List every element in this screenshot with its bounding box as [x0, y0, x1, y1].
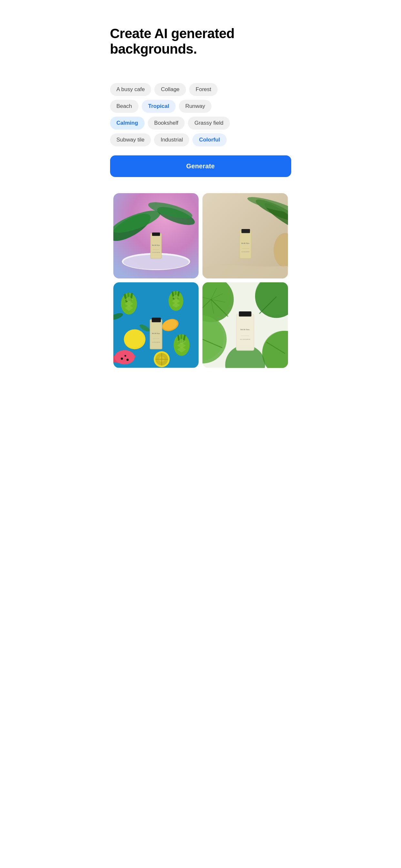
tag-collage[interactable]: Collage [154, 83, 186, 96]
gallery-item-2[interactable]: Iris & Orys. —————— EAU DE PARFUM [202, 193, 288, 279]
tag-tropical[interactable]: Tropical [142, 100, 176, 113]
svg-text:——————: —————— [152, 248, 160, 250]
tag-colorful[interactable]: Colorful [193, 133, 226, 146]
svg-point-45 [126, 359, 129, 361]
tag-bookshelf[interactable]: Bookshelf [148, 117, 185, 129]
tag-grassy-field[interactable]: Grassy field [188, 117, 230, 129]
svg-text:——————: —————— [242, 248, 249, 249]
tags-row-1: A busy cafe Collage Forest [110, 83, 291, 96]
svg-text:——————: —————— [240, 335, 249, 336]
tags-container: A busy cafe Collage Forest Beach Tropica… [110, 83, 291, 146]
tags-row-3: Calming Bookshelf Grassy field [110, 117, 291, 129]
generate-button-wrapper: Generate [110, 155, 291, 177]
svg-text:EAU DE PARFUM: EAU DE PARFUM [240, 339, 250, 340]
svg-point-46 [124, 355, 126, 356]
svg-text:Iris & Orys.: Iris & Orys. [152, 333, 160, 335]
generate-button[interactable]: Generate [110, 155, 291, 177]
tag-calming[interactable]: Calming [110, 117, 145, 129]
tag-subway-tile[interactable]: Subway tile [110, 133, 151, 146]
svg-rect-21 [240, 231, 251, 258]
tag-forest[interactable]: Forest [189, 83, 218, 96]
gallery-grid: Iris & Orys. —————— EAU DE PARFUM [110, 193, 291, 368]
svg-text:EAU DE PARFUM: EAU DE PARFUM [152, 252, 160, 253]
svg-point-40 [124, 330, 144, 348]
svg-text:Iris & Orys.: Iris & Orys. [240, 329, 250, 331]
svg-text:Iris & Orys.: Iris & Orys. [241, 242, 249, 244]
svg-text:EAU DE PARFUM: EAU DE PARFUM [152, 342, 160, 343]
svg-text:Iris & Orys.: Iris & Orys. [152, 244, 160, 246]
svg-text:——————: —————— [152, 338, 160, 340]
gallery-item-4[interactable]: Iris & Orys. —————— EAU DE PARFUM [202, 282, 288, 368]
gallery-section: Iris & Orys. —————— EAU DE PARFUM [110, 193, 291, 387]
svg-point-43 [114, 350, 135, 364]
svg-rect-22 [241, 229, 250, 233]
tags-row-2: Beach Tropical Runway [110, 100, 291, 113]
gallery-item-3[interactable]: Iris & Orys. —————— EAU DE PARFUM [113, 282, 199, 368]
tags-row-4: Subway tile Industrial Colorful [110, 133, 291, 146]
page-title: Create AI generated backgrounds. [110, 26, 291, 57]
tag-industrial[interactable]: Industrial [154, 133, 189, 146]
svg-rect-82 [239, 311, 252, 317]
svg-rect-10 [152, 232, 160, 236]
svg-rect-81 [237, 314, 254, 350]
svg-text:EAU DE PARFUM: EAU DE PARFUM [241, 251, 249, 253]
gallery-item-1[interactable]: Iris & Orys. —————— EAU DE PARFUM [113, 193, 199, 279]
svg-point-44 [121, 358, 123, 360]
tag-runway[interactable]: Runway [179, 100, 211, 113]
svg-rect-54 [152, 317, 161, 322]
tag-busy-cafe[interactable]: A busy cafe [110, 83, 152, 96]
tag-beach[interactable]: Beach [110, 100, 138, 113]
